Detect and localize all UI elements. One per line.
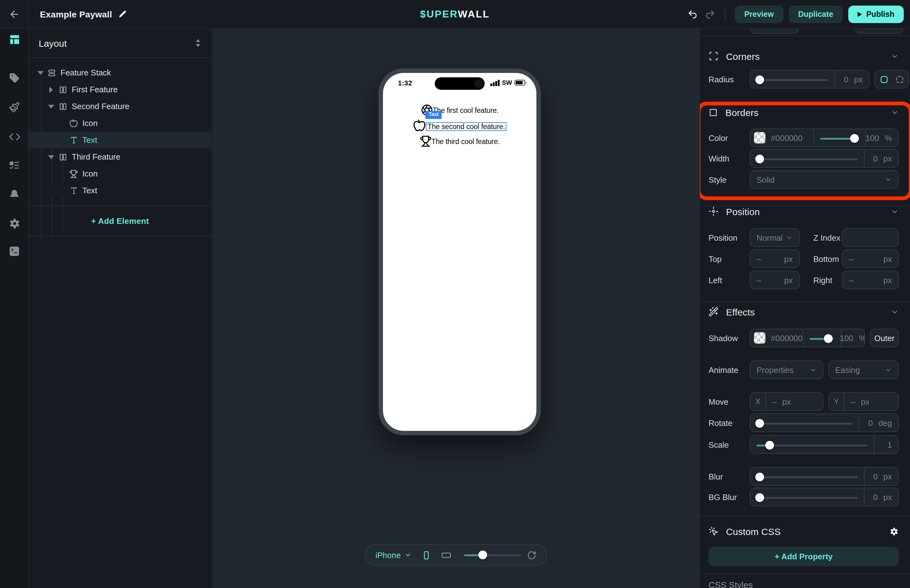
status-bar: 1:32 SW: [383, 73, 537, 94]
move-y-input[interactable]: Y – px: [828, 392, 899, 411]
radius-slider-thumb[interactable]: [755, 76, 764, 84]
feature-row-3[interactable]: The third cool feature.: [419, 135, 499, 147]
scale-input[interactable]: 1: [750, 435, 899, 454]
css-styles-label: CSS Styles: [708, 580, 753, 588]
position-top-bottom-row: Top – px Bottom – px: [708, 249, 899, 268]
animate-easing-select[interactable]: Easing: [828, 360, 899, 379]
edit-title-icon[interactable]: [118, 10, 127, 18]
blur-slider-thumb[interactable]: [755, 473, 764, 481]
device-toolbar: iPhone: [365, 544, 547, 565]
left-input[interactable]: – px: [750, 271, 800, 289]
publish-button[interactable]: Publish: [848, 5, 904, 23]
tree-row-text[interactable]: Text: [29, 182, 212, 199]
width-slider-thumb[interactable]: [755, 155, 764, 163]
sidebar-item-layout[interactable]: [0, 30, 29, 48]
chevron-down-icon[interactable]: [891, 207, 899, 215]
position-section-header[interactable]: Position: [708, 203, 899, 220]
custom-css-settings-icon[interactable]: [889, 527, 899, 536]
tree-row-second-feature[interactable]: Second Feature: [29, 98, 212, 115]
rotate-slider[interactable]: [750, 414, 859, 431]
scale-slider-thumb[interactable]: [765, 441, 774, 449]
caret-right-icon[interactable]: [49, 86, 53, 93]
color-swatch[interactable]: [753, 132, 766, 144]
opacity-slider-thumb[interactable]: [850, 134, 859, 143]
add-property-button[interactable]: + Add Property: [708, 547, 899, 566]
tree-row-icon-apple[interactable]: Icon: [29, 115, 212, 132]
sidebar-item-code[interactable]: [0, 127, 29, 146]
blur-slider[interactable]: [750, 468, 864, 485]
border-opacity-slider[interactable]: [814, 129, 865, 147]
border-color-input[interactable]: #000000 100 %: [750, 128, 899, 147]
add-element-button[interactable]: + Add Element: [91, 216, 149, 226]
borders-section-header[interactable]: Borders: [708, 104, 899, 120]
bottom-input[interactable]: – px: [842, 249, 899, 268]
duplicate-button[interactable]: Duplicate: [789, 5, 843, 23]
chevron-down-icon[interactable]: [891, 308, 899, 316]
radius-slider[interactable]: [750, 71, 834, 88]
sidebar-item-settings[interactable]: [0, 214, 29, 233]
corners-section-header[interactable]: Corners: [708, 48, 899, 64]
feature-row-2[interactable]: Text The second cool feature.: [413, 119, 506, 132]
effects-section-header[interactable]: Effects: [708, 304, 899, 320]
sort-arrows-icon[interactable]: [195, 39, 202, 47]
redo-button[interactable]: [705, 9, 716, 19]
chevron-down-icon[interactable]: [404, 551, 412, 559]
zindex-input[interactable]: [842, 228, 899, 247]
portrait-orientation-button[interactable]: [422, 550, 431, 560]
opacity-slider-thumb[interactable]: [824, 334, 832, 343]
shadow-mode-button[interactable]: Outer: [870, 329, 899, 347]
bg-blur-input[interactable]: 0 px: [750, 488, 899, 506]
tree-row-text-selected[interactable]: Text: [29, 132, 212, 149]
sidebar-item-console[interactable]: [0, 242, 29, 261]
bg-blur-slider-thumb[interactable]: [755, 493, 764, 502]
chevron-down-icon[interactable]: [891, 108, 899, 116]
paywall-screen[interactable]: 1:32 SW The first c: [383, 73, 537, 431]
zoom-slider[interactable]: [464, 551, 521, 559]
app: Example Paywall $UPERWALL Preview Duplic…: [0, 0, 910, 588]
shadow-opacity-slider[interactable]: [803, 329, 840, 347]
top-input[interactable]: – px: [750, 249, 800, 268]
tree-row-icon-trophy[interactable]: Icon: [29, 165, 212, 182]
caret-down-icon[interactable]: [48, 105, 54, 108]
back-button[interactable]: [0, 0, 29, 28]
border-width-input[interactable]: 0 px: [750, 149, 899, 168]
blur-input[interactable]: 0 px: [750, 467, 899, 486]
sidebar-item-products[interactable]: [0, 69, 29, 87]
sidebar-item-checklist[interactable]: [0, 156, 29, 174]
tree-row-first-feature[interactable]: First Feature: [29, 81, 212, 98]
all-corners-icon[interactable]: [879, 74, 889, 84]
animate-properties-select[interactable]: Properties: [750, 360, 823, 379]
sidebar-item-notifications[interactable]: [0, 185, 29, 204]
caret-down-icon[interactable]: [37, 71, 44, 74]
tree-row-third-feature[interactable]: Third Feature: [29, 149, 212, 165]
radius-input[interactable]: 0 px: [750, 70, 870, 89]
refresh-icon[interactable]: [527, 550, 537, 560]
scale-slider[interactable]: [750, 436, 874, 453]
right-input[interactable]: – px: [842, 271, 899, 289]
undo-button[interactable]: [688, 9, 698, 19]
sidebar-item-theme[interactable]: [0, 98, 29, 116]
individual-corners-icon[interactable]: [895, 74, 904, 84]
tree-row-feature-stack[interactable]: Feature Stack: [29, 64, 212, 81]
zoom-slider-thumb[interactable]: [479, 551, 487, 559]
position-mode-select[interactable]: Normal: [750, 228, 800, 247]
dynamic-island: [435, 78, 485, 90]
selected-text-element[interactable]: Text The second cool feature.: [426, 120, 506, 131]
border-style-select[interactable]: Solid: [750, 170, 899, 189]
chevron-down-icon[interactable]: [891, 52, 899, 60]
caret-down-icon[interactable]: [48, 155, 54, 159]
position-icon: [708, 207, 719, 216]
shadow-color-input[interactable]: #000000 100 %: [750, 329, 865, 347]
gear-icon: [8, 217, 20, 229]
bg-blur-slider[interactable]: [750, 488, 864, 506]
preview-button[interactable]: Preview: [735, 5, 783, 23]
border-style-row: Style Solid: [708, 170, 899, 189]
landscape-orientation-button[interactable]: [441, 550, 452, 560]
rotate-slider-thumb[interactable]: [755, 419, 764, 428]
move-x-input[interactable]: X – px: [750, 392, 823, 411]
border-width-slider[interactable]: [750, 150, 864, 167]
custom-css-section-header[interactable]: Custom CSS: [708, 523, 899, 540]
color-swatch[interactable]: [753, 332, 766, 344]
device-select[interactable]: iPhone: [375, 550, 401, 560]
rotate-input[interactable]: 0 deg: [750, 414, 899, 432]
